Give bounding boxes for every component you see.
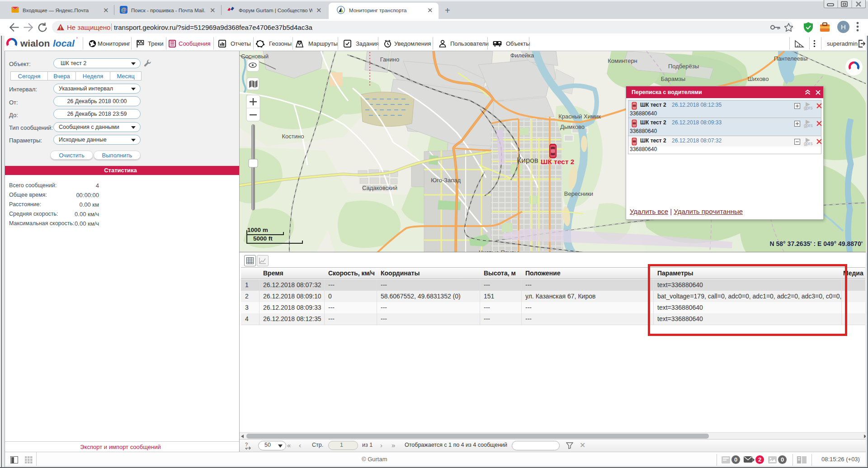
svg-text:Красный Химик: Красный Химик (558, 113, 601, 120)
svg-text:?: ? (245, 442, 248, 447)
svg-text:Шихово: Шихово (748, 76, 769, 82)
svg-text:Вересники: Вересники (564, 190, 593, 197)
svg-text:Ганино: Ганино (380, 56, 399, 63)
svg-text:Барамзы: Барамзы (661, 76, 685, 82)
svg-text:Садаковский: Садаковский (362, 184, 397, 191)
svg-text:Костино: Костино (282, 133, 304, 140)
svg-text:N 58° 37.2635' : E 049° 49.887: N 58° 37.2635' : E 049° 49.8870' (770, 240, 863, 247)
svg-text:ШК тест 2: ШК тест 2 (541, 158, 575, 165)
svg-text:Пантелеевы: Пантелеевы (774, 55, 808, 62)
svg-text:@: @ (121, 7, 127, 13)
svg-text:Киров: Киров (517, 156, 538, 165)
svg-text:Сосновый: Сосновый (241, 53, 269, 60)
svg-text:Подберёзы: Подберёзы (668, 63, 699, 70)
svg-text:5000 ft: 5000 ft (253, 235, 273, 242)
svg-text:Дымково: Дымково (560, 123, 585, 130)
svg-text:1000 m: 1000 m (247, 227, 268, 233)
svg-text:Коминтерн: Коминтерн (608, 57, 637, 64)
svg-text:Юго-Запад: Юго-Запад (431, 177, 461, 184)
svg-text:Филейка: Филейка (510, 52, 534, 59)
svg-text:Чистые Пруды: Чистые Пруды (479, 249, 519, 252)
